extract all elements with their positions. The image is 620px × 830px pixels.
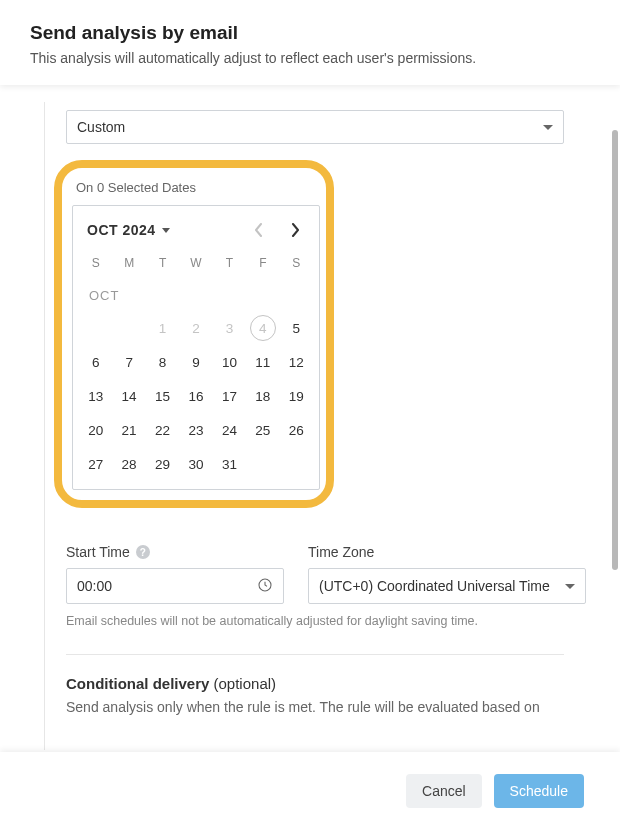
conditional-delivery-title: Conditional delivery (optional)	[66, 675, 564, 692]
schedule-button[interactable]: Schedule	[494, 774, 584, 808]
start-time-value: 00:00	[77, 578, 112, 594]
calendar-day[interactable]: 11	[246, 345, 279, 379]
calendar-day: 2	[179, 311, 212, 345]
selected-dates-label: On 0 Selected Dates	[76, 180, 316, 195]
calendar-day[interactable]: 16	[179, 379, 212, 413]
timezone-value: (UTC+0) Coordinated Universal Time	[319, 578, 550, 594]
calendar-day[interactable]: 15	[146, 379, 179, 413]
calendar-empty-cell	[112, 311, 145, 345]
calendar-next-button[interactable]	[285, 220, 305, 240]
calendar-day: 3	[213, 311, 246, 345]
calendar-day[interactable]: 22	[146, 413, 179, 447]
timezone-select[interactable]: (UTC+0) Coordinated Universal Time	[308, 568, 586, 604]
calendar-day[interactable]: 27	[79, 447, 112, 481]
calendar-dow: T	[146, 256, 179, 270]
frequency-select-value: Custom	[77, 119, 125, 135]
dst-hint: Email schedules will not be automaticall…	[66, 614, 564, 628]
calendar-day[interactable]: 8	[146, 345, 179, 379]
calendar-month-label: OCT 2024	[87, 222, 156, 238]
calendar-highlight: On 0 Selected Dates OCT 2024	[54, 160, 334, 508]
calendar-body: 1234567891011121314151617181920212223242…	[79, 311, 313, 481]
calendar-empty-cell	[79, 311, 112, 345]
clock-icon	[257, 577, 273, 596]
dialog-header: Send analysis by email This analysis wil…	[0, 0, 620, 85]
calendar-day[interactable]: 4	[246, 311, 279, 345]
chevron-left-icon	[255, 223, 263, 237]
dialog-title: Send analysis by email	[30, 22, 590, 44]
calendar: OCT 2024 SMTWTFS OCT	[72, 205, 320, 490]
dialog-footer: Cancel Schedule	[0, 752, 620, 830]
calendar-day[interactable]: 30	[179, 447, 212, 481]
scrollbar-thumb[interactable]	[612, 130, 618, 570]
start-time-label: Start Time	[66, 544, 130, 560]
calendar-dow: F	[246, 256, 279, 270]
calendar-dow: M	[112, 256, 145, 270]
calendar-week-row: 12345	[79, 311, 313, 345]
frequency-select[interactable]: Custom	[66, 110, 564, 144]
calendar-day[interactable]: 12	[280, 345, 313, 379]
calendar-day[interactable]: 6	[79, 345, 112, 379]
dialog-scroll-area: Custom On 0 Selected Dates OCT 2024	[0, 100, 620, 750]
calendar-day[interactable]: 26	[280, 413, 313, 447]
calendar-day[interactable]: 21	[112, 413, 145, 447]
calendar-day: 1	[146, 311, 179, 345]
calendar-day[interactable]: 17	[213, 379, 246, 413]
calendar-dow-row: SMTWTFS	[79, 252, 313, 280]
calendar-day[interactable]: 23	[179, 413, 212, 447]
calendar-day[interactable]: 31	[213, 447, 246, 481]
calendar-dow: W	[179, 256, 212, 270]
calendar-dow: S	[280, 256, 313, 270]
section-divider	[66, 654, 564, 655]
calendar-week-row: 2728293031	[79, 447, 313, 481]
caret-down-icon	[543, 125, 553, 130]
timezone-label: Time Zone	[308, 544, 374, 560]
help-icon[interactable]: ?	[136, 545, 150, 559]
timezone-field: Time Zone (UTC+0) Coordinated Universal …	[308, 544, 586, 604]
calendar-dow: S	[79, 256, 112, 270]
calendar-empty-cell	[246, 447, 279, 481]
caret-down-icon	[565, 584, 575, 589]
calendar-today-ring: 4	[250, 315, 276, 341]
calendar-day[interactable]: 18	[246, 379, 279, 413]
calendar-day[interactable]: 10	[213, 345, 246, 379]
chevron-right-icon	[291, 223, 299, 237]
calendar-day[interactable]: 14	[112, 379, 145, 413]
start-time-input[interactable]: 00:00	[66, 568, 284, 604]
calendar-day[interactable]: 20	[79, 413, 112, 447]
calendar-day[interactable]: 13	[79, 379, 112, 413]
calendar-dow: T	[213, 256, 246, 270]
calendar-empty-cell	[280, 447, 313, 481]
calendar-day[interactable]: 9	[179, 345, 212, 379]
conditional-delivery-desc: Send analysis only when the rule is met.…	[66, 698, 564, 718]
dialog-subtitle: This analysis will automatically adjust …	[30, 50, 590, 66]
calendar-day[interactable]: 7	[112, 345, 145, 379]
calendar-month-picker[interactable]: OCT 2024	[87, 222, 170, 238]
caret-down-icon	[162, 228, 170, 233]
cancel-button[interactable]: Cancel	[406, 774, 482, 808]
calendar-day[interactable]: 28	[112, 447, 145, 481]
calendar-week-row: 13141516171819	[79, 379, 313, 413]
calendar-day[interactable]: 25	[246, 413, 279, 447]
send-email-dialog: Send analysis by email This analysis wil…	[0, 0, 620, 830]
calendar-week-row: 20212223242526	[79, 413, 313, 447]
calendar-day[interactable]: 19	[280, 379, 313, 413]
calendar-prev-button	[249, 220, 269, 240]
calendar-day[interactable]: 24	[213, 413, 246, 447]
start-time-field: Start Time ? 00:00	[66, 544, 284, 604]
calendar-month-row: OCT	[79, 280, 313, 311]
calendar-day[interactable]: 29	[146, 447, 179, 481]
calendar-week-row: 6789101112	[79, 345, 313, 379]
calendar-day[interactable]: 5	[280, 311, 313, 345]
